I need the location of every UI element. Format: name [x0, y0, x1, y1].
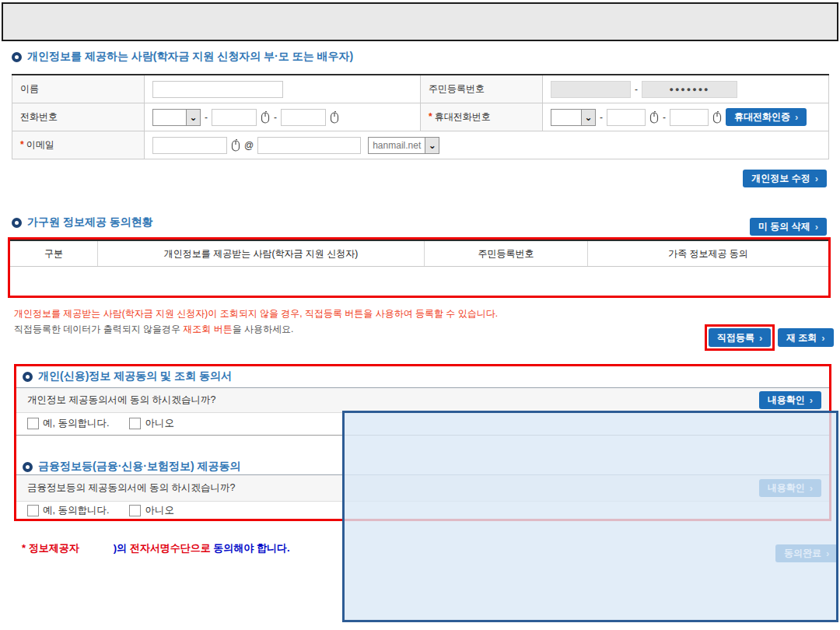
blue-overlay-panel: [342, 411, 838, 622]
provider-section-title-text: 개인정보를 제공하는 사람(학자금 지원 신청자의 부·모 또는 배우자): [27, 50, 353, 64]
esign-note-provider: * 정보제공자: [22, 542, 79, 554]
phone-cell: ⌄ - -: [145, 103, 421, 131]
mouse-input-icon[interactable]: [261, 111, 270, 124]
rrn-cell: -: [543, 75, 829, 103]
col-header-consent: 가족 정보제공 동의: [587, 241, 828, 266]
delete-unconsented-button[interactable]: 미 동의 삭제 ›: [750, 218, 827, 236]
name-cell: [145, 75, 421, 103]
select-arrow-icon[interactable]: ⌄: [425, 138, 439, 153]
table-row: 전화번호 ⌄ - -: [12, 103, 829, 131]
table-row: *이메일 @ hanmail.net ⌄: [12, 131, 829, 159]
requery-notice-red: 재조회 버튼: [183, 324, 232, 334]
dash-separator: -: [663, 112, 666, 123]
select-arrow-icon[interactable]: ⌄: [186, 110, 200, 125]
requery-label: 재 조회: [786, 331, 817, 345]
section-bullet-icon: [23, 372, 33, 382]
edit-personal-info-label: 개인정보 수정: [751, 172, 810, 185]
provider-section-title: 개인정보를 제공하는 사람(학자금 지원 신청자의 부·모 또는 배우자): [12, 50, 353, 64]
direct-register-button[interactable]: 직접등록 ›: [709, 328, 771, 347]
mobile-prefix-select[interactable]: ⌄: [551, 109, 596, 126]
requery-notice-suffix: 을 사용하세요.: [233, 324, 294, 334]
financial-disagree-checkbox[interactable]: [129, 505, 141, 516]
privacy-disagree-option[interactable]: 아니오: [129, 417, 174, 430]
mobile-last-input[interactable]: [670, 109, 709, 126]
mobile-prefix-value: [551, 110, 581, 125]
chevron-icon: ›: [815, 173, 818, 184]
required-mark: *: [429, 111, 432, 122]
esign-requirement-note: * 정보제공자)의 전자서명수단으로 동의해야 합니다.: [22, 541, 290, 555]
phone-last-input[interactable]: [281, 109, 326, 126]
privacy-view-content-label: 내용확인: [768, 394, 805, 407]
name-input[interactable]: [152, 81, 283, 98]
privacy-view-content-button[interactable]: 내용확인 ›: [759, 391, 821, 409]
direct-register-label: 직접등록: [717, 331, 754, 345]
edit-personal-info-button[interactable]: 개인정보 수정 ›: [743, 170, 827, 187]
privacy-disagree-checkbox[interactable]: [129, 418, 141, 429]
rrn-label: 주민등록번호: [421, 75, 543, 103]
household-section-title: 가구원 정보제공 동의현황: [12, 215, 153, 229]
section-bullet-icon: [23, 462, 33, 472]
dash-separator: -: [274, 112, 277, 123]
household-consent-table: 구분 개인정보를 제공받는 사람(학자금 지원 신청자) 주민등록번호 가족 정…: [8, 237, 831, 298]
col-header-type: 구분: [10, 241, 97, 266]
mouse-input-icon[interactable]: [330, 111, 339, 124]
privacy-consent-title: 개인(신용)정보 제공동의 및 조회 동의서: [38, 369, 232, 383]
mobile-middle-input[interactable]: [607, 109, 646, 126]
mobile-label-text: 휴대전화번호: [435, 111, 491, 122]
esign-note-blue2: 동의해야 합니다.: [213, 542, 289, 554]
financial-consent-question: 금융정보등의 제공동의서에 동의 하시겠습니까?: [27, 481, 235, 495]
privacy-agree-checkbox[interactable]: [27, 418, 39, 429]
mouse-input-icon[interactable]: [649, 111, 659, 124]
privacy-agree-label: 예, 동의합니다.: [43, 417, 109, 430]
household-table-header: 구분 개인정보를 제공받는 사람(학자금 지원 신청자) 주민등록번호 가족 정…: [10, 240, 828, 267]
requery-button[interactable]: 재 조회 ›: [778, 328, 834, 347]
email-label: *이메일: [12, 131, 145, 159]
financial-consent-title: 금융정보등(금융·신용·보험정보) 제공동의: [38, 460, 241, 474]
name-label: 이름: [12, 75, 145, 103]
chevron-icon: ›: [810, 395, 813, 405]
mobile-label: *휴대전화번호: [421, 103, 543, 131]
household-table-empty-body: [10, 267, 828, 296]
phone-prefix-select[interactable]: ⌄: [152, 109, 201, 126]
email-id-input[interactable]: [152, 137, 227, 154]
rrn-back-input: [642, 81, 737, 98]
direct-register-notice: 개인정보를 제공받는 사람(학자금 지원 신청자)이 조회되지 않을 경우, 직…: [14, 307, 498, 320]
financial-disagree-label: 아니오: [145, 504, 174, 517]
col-header-rrn: 주민등록번호: [424, 241, 587, 266]
email-domain-value: hanmail.net: [369, 138, 425, 153]
mouse-input-icon[interactable]: [231, 139, 240, 152]
section-bullet-icon: [12, 218, 22, 228]
financial-agree-label: 예, 동의합니다.: [43, 504, 109, 517]
table-row: 이름 주민등록번호 -: [12, 75, 829, 103]
dash-separator: -: [635, 84, 638, 95]
email-domain-input[interactable]: [257, 137, 361, 154]
provider-form-table: 이름 주민등록번호 - 전화번호 ⌄: [12, 74, 829, 159]
top-banner: [2, 2, 838, 41]
financial-agree-option[interactable]: 예, 동의합니다.: [27, 504, 109, 517]
mobile-cell: ⌄ - -: [543, 103, 829, 131]
requery-notice: 직접등록한 데이터가 출력되지 않을경우 재조회 버튼을 사용하세요.: [14, 323, 293, 336]
dash-separator: -: [205, 112, 208, 123]
chevron-icon: ›: [795, 112, 798, 122]
delete-unconsented-label: 미 동의 삭제: [758, 220, 810, 233]
privacy-consent-question: 개인정보 제공동의서에 동의 하시겠습니까?: [27, 394, 215, 407]
financial-agree-checkbox[interactable]: [27, 505, 39, 516]
section-bullet-icon: [12, 52, 22, 62]
privacy-disagree-label: 아니오: [145, 417, 174, 430]
mobile-verify-label: 휴대전화인증: [734, 110, 790, 124]
household-section-title-text: 가구원 정보제공 동의현황: [27, 215, 153, 229]
mobile-verify-button[interactable]: 휴대전화인증 ›: [726, 108, 807, 126]
financial-disagree-option[interactable]: 아니오: [129, 504, 174, 517]
privacy-agree-option[interactable]: 예, 동의합니다.: [27, 417, 109, 430]
esign-note-red2: 전자서명수단으로: [130, 542, 211, 554]
phone-middle-input[interactable]: [212, 109, 257, 126]
email-label-text: 이메일: [26, 139, 54, 150]
dash-separator: -: [600, 112, 603, 123]
mouse-input-icon[interactable]: [712, 111, 722, 124]
select-arrow-icon[interactable]: ⌄: [581, 110, 595, 125]
chevron-icon: ›: [821, 333, 824, 343]
email-domain-select[interactable]: hanmail.net ⌄: [368, 137, 439, 154]
col-header-recipient: 개인정보를 제공받는 사람(학자금 지원 신청자): [97, 241, 424, 266]
required-mark: *: [20, 139, 24, 150]
esign-note-blue1: )의: [114, 542, 127, 554]
